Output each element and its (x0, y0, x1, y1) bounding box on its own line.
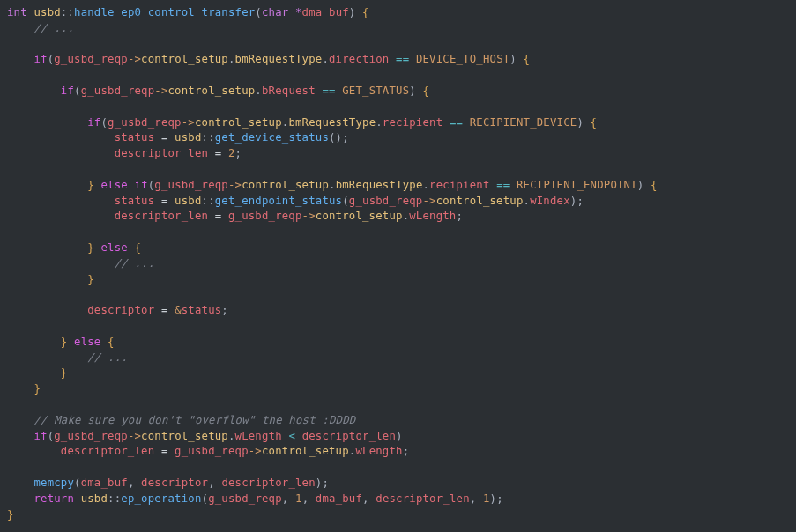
code-token (510, 179, 517, 191)
code-token (168, 445, 175, 457)
code-token (643, 179, 651, 191)
code-token (7, 210, 115, 222)
code-line: } else if(g_usbd_reqp->control_setup.bmR… (7, 179, 658, 191)
code-token: 1 (295, 492, 302, 505)
code-token: & (175, 304, 182, 316)
code-token: , (302, 492, 316, 505)
code-token: return (33, 492, 74, 505)
code-token: . (255, 85, 262, 97)
code-token: g_usbd_reqp (54, 430, 128, 442)
code-token: * (295, 6, 302, 18)
code-token: ( (74, 85, 81, 97)
code-token (7, 116, 87, 129)
code-line: } (7, 382, 41, 395)
code-token (7, 445, 61, 457)
code-token: control_setup (195, 116, 282, 129)
code-line: descriptor_len = g_usbd_reqp->control_se… (7, 210, 463, 222)
code-token: { (423, 85, 430, 97)
code-line: if(g_usbd_reqp->control_setup.bmRequestT… (7, 116, 597, 129)
code-token: wLength (355, 445, 402, 457)
code-token: wLength (235, 430, 282, 442)
code-token: control_setup (242, 179, 329, 191)
code-token (7, 382, 33, 395)
code-token: . (376, 116, 383, 129)
code-token: } (87, 273, 94, 285)
code-token: get_device_status (215, 131, 329, 144)
code-token: ( (342, 195, 349, 207)
code-token (517, 53, 524, 65)
code-token (168, 304, 175, 316)
code-token (7, 22, 33, 34)
code-token: , (128, 477, 141, 489)
code-token (463, 116, 470, 129)
code-token: descriptor_len (61, 445, 154, 457)
code-token (74, 492, 81, 505)
code-token (208, 210, 215, 222)
code-token: . (228, 430, 235, 442)
code-token (7, 195, 115, 207)
code-token: { (135, 241, 142, 254)
code-token: 1 (483, 492, 490, 505)
code-token: } (7, 508, 14, 521)
code-line: // ... (7, 257, 154, 270)
code-token (128, 241, 135, 254)
code-token (295, 430, 302, 442)
code-token: // ... (87, 351, 128, 364)
code-token (7, 131, 115, 144)
code-token: usbd (33, 6, 60, 18)
code-token (100, 336, 108, 348)
code-token: :: (202, 195, 215, 207)
code-token: g_usbd_reqp (81, 85, 155, 97)
code-line: } (7, 508, 14, 521)
code-token: -> (302, 210, 316, 222)
code-token: = (161, 131, 168, 144)
code-line: } else { (7, 336, 115, 348)
code-token: . (228, 53, 235, 65)
code-token: control_setup (141, 430, 228, 442)
code-token: = (161, 304, 168, 316)
code-token: ; (456, 210, 463, 222)
code-token: g_usbd_reqp (208, 492, 282, 505)
code-token (7, 273, 87, 285)
code-block: int usbd::handle_ep0_control_transfer(ch… (0, 0, 796, 529)
code-token: -> (154, 85, 167, 97)
code-token (7, 53, 33, 65)
code-token: g_usbd_reqp (54, 53, 128, 65)
code-token: // Make sure you don't "overflow" the ho… (33, 414, 355, 426)
code-token (168, 131, 175, 144)
code-token: descriptor_len (302, 430, 396, 442)
code-token: wIndex (530, 195, 570, 207)
code-line: } else { (7, 241, 141, 254)
code-token: = (161, 195, 168, 207)
code-token (7, 85, 61, 97)
code-line: memcpy(dma_buf, descriptor, descriptor_l… (7, 477, 329, 489)
code-line: // Make sure you don't "overflow" the ho… (7, 414, 355, 426)
code-token: dma_buf (81, 477, 128, 489)
code-token (355, 6, 362, 18)
code-token: if (61, 85, 74, 97)
code-token (168, 195, 175, 207)
code-token: direction (329, 53, 389, 65)
code-token: usbd (175, 195, 201, 207)
code-token: g_usbd_reqp (349, 195, 423, 207)
code-line: // ... (7, 22, 74, 34)
code-token: { (362, 6, 369, 18)
code-token: ) (510, 53, 517, 65)
code-token: , (208, 477, 221, 489)
code-token: , (470, 492, 483, 505)
code-token: } (87, 241, 94, 254)
code-line: } (7, 366, 67, 379)
code-token: int (7, 6, 27, 18)
code-token: ; (322, 477, 329, 489)
code-token (584, 116, 591, 129)
code-token: } (33, 382, 41, 395)
code-token: wLength (409, 210, 456, 222)
code-token: descriptor_len (221, 477, 315, 489)
code-line: descriptor = &status; (7, 304, 228, 316)
code-token: bmRequestType (235, 53, 323, 65)
code-token: ; (403, 445, 410, 457)
code-token: } (61, 366, 68, 379)
code-token: ) (396, 430, 403, 442)
code-token: g_usbd_reqp (154, 179, 228, 191)
code-token: ( (255, 6, 262, 18)
